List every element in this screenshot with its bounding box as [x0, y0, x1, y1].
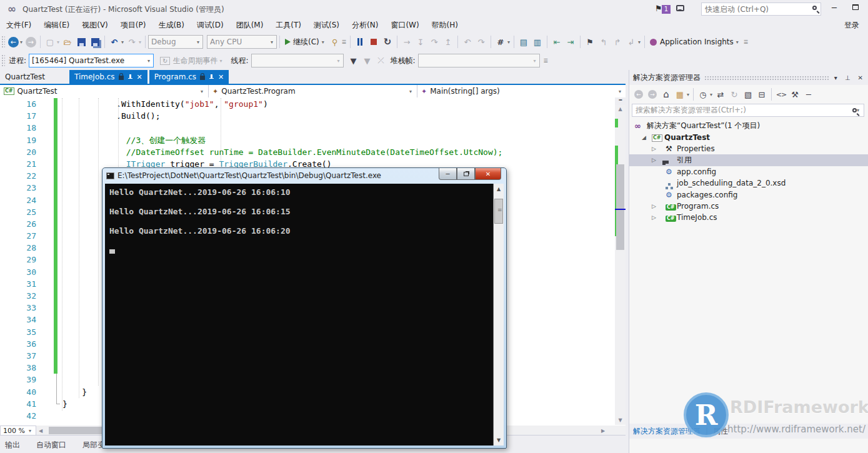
editor-vertical-scrollbar[interactable]: ═ ▲ ▼	[615, 97, 626, 425]
document-tab[interactable]: Program.cs✕	[149, 70, 229, 84]
bottom-tab-输出[interactable]: 输出	[5, 440, 20, 453]
console-title-bar[interactable]: E:\TestProject\DotNet\QuartzTest\QuartzT…	[106, 171, 431, 180]
scroll-down-icon[interactable]: ▼	[615, 417, 626, 423]
menu-item[interactable]: 调试(D)	[191, 18, 230, 32]
quick-launch-input[interactable]	[705, 4, 805, 14]
solution-configurations-combo[interactable]: Debug▾	[148, 35, 203, 49]
console-close-button[interactable]: ✕	[475, 168, 501, 180]
find-in-code-icon[interactable]: ⚲	[329, 36, 341, 48]
previous-bookmark-icon[interactable]: ↰	[597, 36, 610, 48]
next-bookmark-icon[interactable]: ↱	[611, 36, 624, 48]
pending-changes-dropdown[interactable]: ▾	[710, 92, 712, 97]
solution-explorer-title-bar[interactable]: 解决方案资源管理器 ▾ ⊥ ✕	[629, 70, 868, 85]
stop-debugging-icon[interactable]	[367, 36, 380, 48]
code-line[interactable]: 19//3、创建一个触发器	[0, 134, 627, 146]
feedback-icon[interactable]	[676, 5, 684, 11]
console-scroll-down-icon[interactable]: ▼	[494, 437, 504, 443]
bookmark-overflow[interactable]: ▾	[638, 39, 641, 45]
code-line[interactable]: 17.Build();	[0, 110, 627, 122]
show-all-files-icon[interactable]: ▧	[742, 88, 754, 101]
type-dropdown[interactable]: ✦ QuartzTest.Program▾	[209, 85, 417, 97]
navigate-back-icon[interactable]: ←	[7, 36, 19, 48]
member-dropdown[interactable]: ✦ Main(string[] args)▾	[417, 85, 626, 97]
decrease-indent-icon[interactable]: ⇤	[551, 36, 563, 48]
code-line[interactable]: 20//DateTimeOffset runTime = DateBuilder…	[0, 146, 627, 158]
refresh-icon[interactable]: ↻	[728, 88, 741, 101]
document-tab[interactable]: QuartzTest	[0, 70, 67, 84]
pin-icon[interactable]	[209, 74, 214, 80]
menu-item[interactable]: 编辑(E)	[37, 18, 76, 32]
sign-in-link[interactable]: 登录	[844, 20, 859, 31]
notifications-flag[interactable]: ⚑ 1	[655, 4, 662, 13]
tool-window-tab[interactable]: 解决方案资源管理器	[633, 426, 701, 437]
split-handle-icon[interactable]: ═	[615, 97, 626, 105]
solution-platforms-combo[interactable]: Any CPU▾	[207, 35, 277, 49]
thread-combo[interactable]: ▾	[251, 54, 344, 67]
console-scroll-thumb[interactable]	[494, 199, 503, 224]
se-back-icon[interactable]: ←	[632, 88, 645, 101]
application-insights-button[interactable]: Application Insights ▾ ☰	[647, 37, 752, 46]
tree-item-app-config[interactable]: ⚙app.config	[629, 166, 868, 177]
console-minimize-button[interactable]: ─	[439, 168, 457, 180]
solution-explorer-search[interactable]: 搜索解决方案资源管理器(Ctrl+;) ▾	[632, 104, 864, 117]
close-tab-icon[interactable]: ✕	[137, 74, 142, 81]
console-window[interactable]: E:\TestProject\DotNet\QuartzTest\QuartzT…	[102, 167, 507, 449]
menu-item[interactable]: 生成(B)	[152, 18, 191, 32]
menu-item[interactable]: 帮助(H)	[426, 18, 464, 32]
expander-collapsed-icon[interactable]: ▷	[652, 214, 656, 221]
expander-collapsed-icon[interactable]: ▷	[652, 157, 656, 163]
console-restore-button[interactable]	[457, 168, 475, 180]
view-code-icon[interactable]: <>	[775, 88, 787, 101]
expander-expanded-icon[interactable]: ◢	[642, 134, 646, 141]
add-item-icon[interactable]: 🗁	[61, 36, 74, 48]
scroll-left-icon[interactable]: ◀	[39, 428, 42, 434]
undo-small-icon[interactable]: ↶	[461, 36, 474, 48]
menu-item[interactable]: 测试(S)	[307, 18, 346, 32]
console-scrollbar[interactable]: ▲ ▼	[493, 184, 504, 446]
switch-views-icon[interactable]: ▦	[674, 88, 686, 101]
debugrow-overflow[interactable]: ☰	[544, 58, 548, 64]
close-panel-icon[interactable]: ✕	[856, 74, 865, 81]
restart-icon[interactable]: ↻	[381, 36, 394, 48]
navigate-forward-icon[interactable]: →	[24, 36, 37, 48]
filter-threads-icon[interactable]: ▼	[347, 54, 360, 67]
redo-small-icon[interactable]: ↷	[475, 36, 487, 48]
hex-dropdown[interactable]: ▾	[507, 39, 510, 45]
minimize-button[interactable]: ─	[826, 4, 842, 14]
menu-item[interactable]: 文件(F)	[0, 18, 37, 32]
preview-selected-icon[interactable]: ─	[802, 88, 815, 101]
save-all-icon[interactable]	[89, 36, 101, 48]
code-line[interactable]: 16.WithIdentity("job1", "group1")	[0, 98, 627, 110]
tree-item-job-scheduling-data-2-0-xsd[interactable]: job_scheduling_data_2_0.xsd	[629, 177, 868, 189]
console-scroll-up-icon[interactable]: ▲	[494, 186, 504, 192]
bookmark-icon[interactable]: ⚑	[584, 36, 596, 48]
show-next-statement-icon[interactable]: →	[401, 36, 413, 48]
zoom-control[interactable]: 100 %▾	[0, 426, 36, 436]
menu-item[interactable]: 团队(M)	[230, 18, 270, 32]
undo-icon[interactable]: ↶	[108, 36, 121, 48]
toolbar-grip[interactable]	[1, 36, 5, 48]
redo-icon[interactable]: ↷	[126, 36, 138, 48]
properties-icon[interactable]: ⚒	[789, 88, 801, 101]
tree-item-program-cs[interactable]: ▷C#Program.cs	[629, 201, 868, 212]
collapse-all-icon[interactable]: ⊟	[756, 88, 768, 101]
pin-icon[interactable]	[127, 74, 133, 80]
menu-item[interactable]: 视图(V)	[76, 18, 114, 32]
toolbar-grip[interactable]	[1, 54, 5, 67]
new-project-icon[interactable]: ▢	[44, 36, 56, 48]
solution-node[interactable]: ∞ 解决方案“QuartzTest”(1 个项目)	[629, 120, 868, 131]
close-tab-icon[interactable]: ✕	[218, 74, 224, 81]
expander-collapsed-icon[interactable]: ▷	[652, 146, 656, 152]
search-icon[interactable]	[812, 6, 817, 10]
scroll-right-icon[interactable]: ▶	[601, 428, 605, 434]
navigate-backward-code-icon[interactable]: ▤	[517, 36, 530, 48]
vertical-scroll-thumb[interactable]	[616, 164, 624, 250]
stack-frame-combo[interactable]: ▾	[418, 54, 540, 67]
maximize-button[interactable]	[847, 3, 864, 13]
hex-display-icon[interactable]: #	[494, 36, 507, 48]
menu-item[interactable]: 项目(P)	[114, 18, 152, 32]
tree-item--[interactable]: ▷引用	[629, 154, 868, 166]
step-into-icon[interactable]: ↧	[414, 36, 427, 48]
document-tab[interactable]: TimeJob.cs✕	[69, 70, 147, 84]
switch-views-dropdown[interactable]: ▾	[687, 92, 689, 97]
